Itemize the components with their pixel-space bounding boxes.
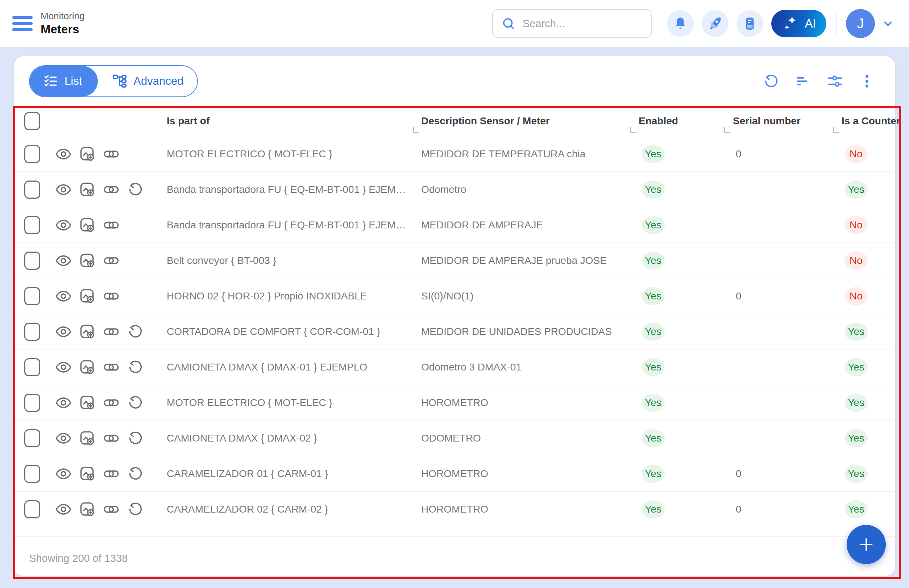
chevron-down-icon[interactable]	[882, 17, 894, 30]
link-icon[interactable]	[103, 323, 119, 340]
is-counter-badge: Yes	[844, 465, 868, 483]
column-header-description[interactable]: Description Sensor / Meter	[421, 115, 639, 127]
enabled-badge: Yes	[641, 465, 665, 483]
table-footer: Showing 200 of 1338	[14, 536, 895, 580]
serial-number-cell: 0	[733, 468, 841, 480]
reset-icon[interactable]	[127, 323, 144, 340]
link-icon[interactable]	[103, 217, 119, 233]
notifications-button[interactable]	[667, 10, 694, 37]
reset-icon[interactable]	[127, 359, 144, 376]
row-checkbox[interactable]	[24, 323, 40, 341]
ai-assistant-button[interactable]: AI	[771, 10, 827, 37]
user-avatar[interactable]: J	[846, 9, 875, 38]
is-part-of-cell: MOTOR ELECTRICO { MOT-ELEC }	[167, 136, 421, 171]
tree-hierarchy-icon	[111, 73, 128, 89]
link-icon[interactable]	[103, 359, 119, 376]
tab-advanced[interactable]: Advanced	[98, 66, 197, 97]
view-eye-icon[interactable]	[55, 146, 72, 162]
column-header-is-part-of[interactable]: Is part of	[167, 115, 421, 127]
link-icon[interactable]	[103, 465, 119, 482]
filter-icon[interactable]	[795, 73, 812, 90]
ai-button-label: AI	[805, 17, 816, 31]
row-checkbox[interactable]	[24, 252, 40, 270]
add-image-icon[interactable]	[79, 181, 96, 198]
column-header-serial-number[interactable]: Serial number	[733, 115, 841, 127]
search-input[interactable]	[522, 18, 639, 30]
link-icon[interactable]	[103, 181, 119, 198]
add-image-icon[interactable]	[79, 465, 96, 482]
tune-sliders-icon[interactable]	[827, 73, 843, 90]
view-eye-icon[interactable]	[55, 430, 72, 447]
row-checkbox[interactable]	[24, 394, 40, 412]
column-resize-handle[interactable]	[833, 127, 839, 133]
refresh-icon[interactable]	[763, 73, 780, 90]
news-button[interactable]	[736, 10, 763, 37]
reset-icon[interactable]	[127, 394, 144, 411]
checklist-icon	[43, 73, 59, 89]
serial-number-cell: 0	[733, 148, 841, 160]
row-checkbox[interactable]	[24, 500, 40, 519]
link-icon[interactable]	[103, 501, 119, 518]
view-eye-icon[interactable]	[55, 181, 72, 198]
add-meter-button[interactable]	[847, 525, 886, 564]
select-all-checkbox[interactable]	[24, 112, 40, 130]
kebab-menu-icon[interactable]	[859, 73, 875, 90]
search-box[interactable]	[492, 9, 652, 38]
enabled-badge: Yes	[641, 252, 665, 270]
add-image-icon[interactable]	[79, 394, 96, 411]
row-checkbox[interactable]	[24, 145, 40, 163]
enabled-badge: Yes	[641, 429, 665, 447]
link-icon[interactable]	[103, 394, 119, 411]
reset-icon[interactable]	[127, 501, 144, 518]
column-resize-handle[interactable]	[630, 127, 636, 133]
reset-icon[interactable]	[127, 181, 144, 198]
add-image-icon[interactable]	[79, 288, 96, 305]
add-image-icon[interactable]	[79, 217, 96, 233]
plus-icon	[855, 533, 878, 556]
reset-icon[interactable]	[127, 430, 144, 447]
column-resize-handle[interactable]	[413, 127, 419, 133]
row-checkbox[interactable]	[24, 358, 40, 376]
reset-icon[interactable]	[127, 465, 144, 482]
table-body: MOTOR ELECTRICO { MOT-ELEC }MEDIDOR DE T…	[14, 136, 895, 527]
is-part-of-cell: CARAMELIZADOR 02 { CARM-02 }	[167, 491, 421, 527]
table-row: CAMIONETA DMAX { DMAX-02 }ODOMETROYesYes	[14, 420, 895, 456]
is-counter-badge: No	[844, 252, 868, 270]
column-resize-handle[interactable]	[724, 127, 730, 133]
view-eye-icon[interactable]	[55, 323, 72, 340]
row-checkbox[interactable]	[24, 181, 40, 199]
column-header-enabled[interactable]: Enabled	[639, 115, 733, 127]
is-counter-badge: Yes	[844, 429, 868, 447]
view-eye-icon[interactable]	[55, 359, 72, 376]
view-eye-icon[interactable]	[55, 394, 72, 411]
table-row: CARAMELIZADOR 02 { CARM-02 }HOROMETROYes…	[14, 491, 895, 527]
view-eye-icon[interactable]	[55, 501, 72, 518]
enabled-badge: Yes	[641, 216, 665, 234]
add-image-icon[interactable]	[79, 146, 96, 162]
add-image-icon[interactable]	[79, 252, 96, 269]
breadcrumb: Monitoring Meters	[40, 11, 84, 37]
row-checkbox[interactable]	[24, 287, 40, 305]
launch-button[interactable]	[702, 10, 728, 37]
divider	[836, 11, 836, 36]
tab-list[interactable]: List	[30, 66, 98, 97]
view-eye-icon[interactable]	[55, 217, 72, 233]
link-icon[interactable]	[103, 252, 119, 269]
row-checkbox[interactable]	[24, 429, 40, 447]
add-image-icon[interactable]	[79, 323, 96, 340]
row-checkbox[interactable]	[24, 216, 40, 234]
link-icon[interactable]	[103, 430, 119, 447]
is-part-of-cell: Banda transportadora FU { EQ-EM-BT-001 }…	[167, 207, 421, 242]
hamburger-menu-icon[interactable]	[12, 16, 32, 31]
view-eye-icon[interactable]	[55, 288, 72, 305]
view-eye-icon[interactable]	[55, 465, 72, 482]
add-image-icon[interactable]	[79, 501, 96, 518]
row-checkbox[interactable]	[24, 465, 40, 483]
view-eye-icon[interactable]	[55, 252, 72, 269]
add-image-icon[interactable]	[79, 430, 96, 447]
link-icon[interactable]	[103, 288, 119, 305]
meters-page: Monitoring Meters AI J	[0, 0, 909, 588]
column-header-is-a-counter[interactable]: Is a Counter	[841, 115, 900, 127]
link-icon[interactable]	[103, 146, 119, 162]
add-image-icon[interactable]	[79, 359, 96, 376]
